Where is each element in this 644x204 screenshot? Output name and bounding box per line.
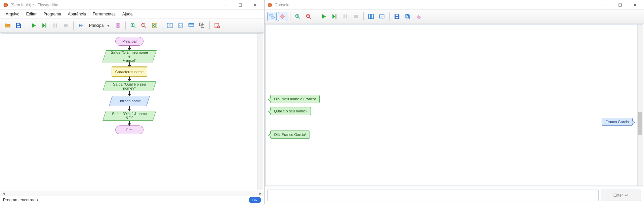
flow-output-2[interactable]: Saída "Qual é o seu nome?" [103, 81, 156, 91]
console-variables-button[interactable]: x= [377, 12, 387, 21]
console-clear-button[interactable] [414, 12, 423, 21]
svg-point-21 [154, 24, 156, 27]
stop-button[interactable] [61, 21, 71, 30]
variables-button[interactable]: x= [176, 21, 185, 30]
console-zoom-out-button[interactable] [304, 12, 313, 21]
windows-button[interactable] [197, 21, 207, 30]
console-msg-out: Olá, Franco Garcia! [270, 131, 310, 139]
menu-editar[interactable]: Editar [23, 10, 40, 18]
titlebar: (Sem título) * - Flowgorithm [0, 0, 264, 10]
zoom-out-button[interactable] [139, 21, 149, 30]
flowchart-canvas[interactable]: Principal Saída "Olá, meu nome éFranco!"… [1, 34, 257, 190]
svg-text:A: A [218, 26, 219, 28]
console-titlebar: Console [265, 0, 644, 10]
bubbles-mode-button[interactable] [267, 12, 277, 21]
svg-rect-5 [17, 23, 19, 25]
console-vscrollbar[interactable] [637, 24, 643, 186]
menubar: Arquivo Editar Programa Aparência Ferram… [0, 10, 264, 19]
svg-text:x=: x= [179, 24, 182, 27]
svg-rect-53 [371, 14, 374, 18]
console-msg-out: Olá, meu nome é Franco! [270, 95, 320, 103]
svg-rect-6 [17, 26, 20, 28]
console-stop-button[interactable] [351, 12, 361, 21]
canvas-area: Principal Saída "Olá, meu nome éFranco!"… [1, 33, 263, 190]
console-toolbar: x= [265, 10, 644, 23]
close-button[interactable] [628, 0, 642, 10]
svg-rect-7 [45, 23, 46, 28]
run-button[interactable] [29, 21, 38, 30]
flow-start[interactable]: Principal [115, 37, 144, 46]
add-function-button[interactable] [113, 21, 123, 30]
flow-declare[interactable]: Caracteres nome [112, 67, 147, 76]
text-mode-button[interactable] [278, 12, 287, 21]
svg-marker-60 [417, 15, 421, 19]
svg-point-33 [268, 3, 272, 7]
svg-rect-8 [53, 23, 54, 28]
flow-input[interactable]: Entrada nome [109, 96, 150, 106]
canvas-vscrollbar[interactable] [257, 34, 263, 190]
flow-output-1[interactable]: Saída "Olá, meu nome éFranco!" [102, 50, 157, 62]
save-button[interactable] [14, 21, 23, 30]
return-icon: ↵ [625, 193, 628, 198]
app-icon [267, 2, 273, 8]
dropdown-label: Principal [89, 23, 105, 28]
layout-button[interactable] [165, 21, 174, 30]
menu-arquivo[interactable]: Arquivo [2, 10, 23, 18]
canvas-hscrollbar[interactable]: ◄► [0, 191, 264, 196]
window-title: (Sem título) * - Flowgorithm [10, 3, 218, 7]
svg-rect-50 [346, 14, 347, 18]
menu-ferramentas[interactable]: Ferramentas [89, 10, 119, 18]
svg-rect-56 [396, 14, 398, 16]
status-text: Program encerrado. [3, 198, 39, 202]
svg-rect-51 [354, 15, 358, 18]
console-pause-button[interactable] [340, 12, 350, 21]
svg-rect-22 [167, 23, 169, 28]
zoom-fit-button[interactable] [150, 21, 159, 30]
pause-button[interactable] [50, 21, 60, 30]
svg-rect-2 [239, 4, 242, 6]
flow-output-3[interactable]: Saída "Olá, " & nome & "!" [103, 111, 156, 121]
locale-badge[interactable]: BR [249, 197, 261, 203]
main-toolbar: Principal ▼ x= A [0, 19, 264, 33]
svg-line-18 [145, 27, 146, 28]
console-copy-button[interactable] [403, 12, 412, 21]
svg-rect-52 [369, 14, 371, 18]
flowgorithm-window: (Sem título) * - Flowgorithm Arquivo Edi… [0, 0, 264, 204]
console-run-button[interactable] [319, 12, 328, 21]
console-button[interactable] [187, 21, 196, 30]
close-button[interactable] [248, 0, 263, 10]
svg-text:x=: x= [380, 15, 384, 18]
maximize-button[interactable] [613, 0, 628, 10]
console-step-button[interactable] [330, 12, 339, 21]
zoom-in-button[interactable] [128, 21, 138, 30]
console-zoom-in-button[interactable] [293, 12, 303, 21]
console-save-button[interactable] [392, 12, 402, 21]
svg-rect-9 [56, 23, 57, 28]
svg-line-14 [134, 27, 135, 28]
maximize-button[interactable] [233, 0, 248, 10]
code-viewer-button[interactable]: A [212, 21, 222, 30]
menu-aparencia[interactable]: Aparência [65, 10, 89, 18]
menu-programa[interactable]: Programa [40, 10, 65, 18]
app-icon [3, 2, 8, 8]
console-input[interactable] [267, 190, 599, 201]
flow-end[interactable]: Fim [115, 125, 144, 134]
console-enter-button[interactable]: Enter ↵ [601, 190, 641, 201]
svg-rect-35 [619, 4, 621, 6]
console-layout-button[interactable] [366, 12, 376, 21]
step-button[interactable] [40, 21, 49, 30]
svg-rect-39 [271, 17, 275, 18]
svg-point-0 [4, 3, 8, 7]
svg-line-46 [310, 17, 311, 19]
minimize-button[interactable] [598, 0, 613, 10]
console-input-row: Enter ↵ [265, 187, 644, 204]
console-output[interactable]: Olá, meu nome é Franco! Qual é o seu nom… [266, 24, 637, 186]
svg-point-12 [116, 26, 120, 28]
chevron-down-icon: ▼ [107, 24, 110, 28]
function-dropdown[interactable]: Principal ▼ [87, 21, 112, 30]
svg-marker-40 [280, 14, 285, 18]
speed-button[interactable] [76, 21, 86, 30]
minimize-button[interactable] [218, 0, 233, 10]
open-button[interactable] [3, 21, 12, 30]
menu-ajuda[interactable]: Ajuda [119, 10, 136, 18]
